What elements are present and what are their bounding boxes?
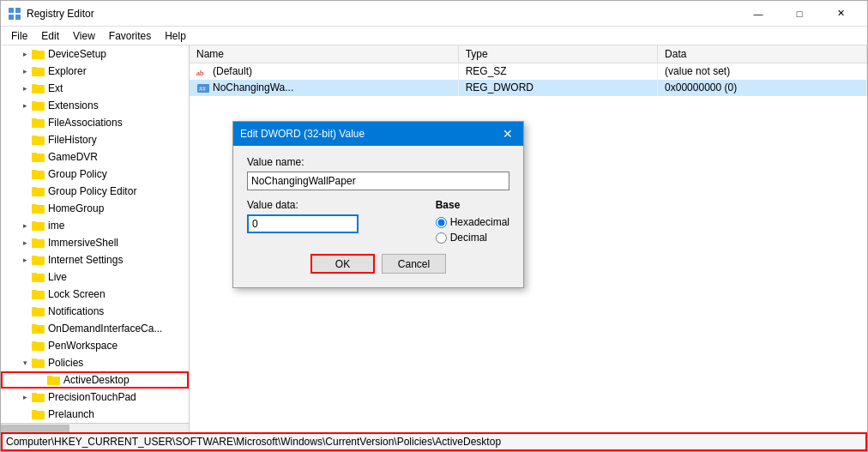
sidebar-item-filehistory[interactable]: FileHistory xyxy=(1,131,189,148)
sidebar-item-gamedvr[interactable]: GameDVR xyxy=(1,148,189,166)
tree-arrow-icon xyxy=(18,116,32,130)
sidebar-item-grouppolicyeditor[interactable]: Group Policy Editor xyxy=(1,183,189,200)
col-data: Data xyxy=(658,45,867,63)
registry-table: Name Type Data ab(Default)REG_SZ(value n… xyxy=(190,45,867,96)
table-row[interactable]: ab(Default)REG_SZ(value not set) xyxy=(190,63,867,80)
svg-rect-16 xyxy=(32,154,45,162)
sidebar-item-activedesktop[interactable]: ActiveDesktop xyxy=(1,371,189,389)
tree-item-label: Policies xyxy=(48,357,83,369)
tree-item-label: Group Policy xyxy=(48,168,107,180)
folder-icon xyxy=(32,288,48,301)
window-title: Registry Editor xyxy=(27,8,738,20)
sidebar-item-grouppolicy[interactable]: Group Policy xyxy=(1,166,189,183)
sidebar-item-fileassociations[interactable]: FileAssociations xyxy=(1,114,189,131)
svg-rect-12 xyxy=(32,119,45,128)
table-row[interactable]: ## NoChangingWa...REG_DWORD0x00000000 (0… xyxy=(190,80,867,96)
sidebar-item-policies[interactable]: ▾ Policies xyxy=(1,354,189,371)
svg-rect-17 xyxy=(32,153,37,154)
menu-bar: File Edit View Favorites Help xyxy=(1,27,867,45)
svg-rect-38 xyxy=(32,342,45,351)
svg-rect-7 xyxy=(32,67,37,69)
horizontal-scrollbar[interactable] xyxy=(1,423,189,432)
sidebar-item-extensions[interactable]: ▸ Extensions xyxy=(1,97,189,114)
tree-arrow-icon: ▸ xyxy=(18,253,32,267)
folder-icon xyxy=(32,82,48,95)
svg-rect-41 xyxy=(32,359,37,360)
tree-arrow-icon xyxy=(18,167,32,181)
tree-arrow-icon xyxy=(18,339,32,353)
tree-arrow-icon: ▸ xyxy=(18,99,32,112)
cell-name: ## NoChangingWa... xyxy=(190,80,458,96)
value-name-input[interactable] xyxy=(247,172,509,190)
sidebar-item-ext[interactable]: ▸ Ext xyxy=(1,80,189,97)
sidebar-item-notifications[interactable]: Notifications xyxy=(1,303,189,320)
tree-arrow-icon xyxy=(18,184,32,198)
tree-item-label: Lock Screen xyxy=(48,288,105,300)
hexadecimal-radio[interactable] xyxy=(436,217,447,228)
sidebar-item-ime[interactable]: ▸ ime xyxy=(1,217,189,234)
maximize-button[interactable]: □ xyxy=(780,1,819,27)
sidebar-item-explorer[interactable]: ▸ Explorer xyxy=(1,63,189,80)
svg-rect-42 xyxy=(47,377,60,385)
tree-item-label: FileHistory xyxy=(48,134,97,146)
svg-text:##: ## xyxy=(199,86,206,92)
folder-icon xyxy=(32,220,48,232)
decimal-option[interactable]: Decimal xyxy=(436,232,509,244)
value-data-section: Value data: xyxy=(247,199,425,244)
close-button[interactable]: ✕ xyxy=(821,1,860,27)
sidebar-item-precisiontouchpad[interactable]: ▸ PrecisionTouchPad xyxy=(1,389,189,406)
sidebar-item-internetsettings[interactable]: ▸ Internet Settings xyxy=(1,251,189,268)
folder-icon xyxy=(32,134,48,147)
svg-rect-19 xyxy=(32,170,37,172)
sidebar-item-live[interactable]: Live xyxy=(1,268,189,286)
value-data-input[interactable] xyxy=(247,214,359,233)
menu-view[interactable]: View xyxy=(66,28,102,44)
sidebar-item-ondemandinterfaceca[interactable]: OnDemandInterfaceCa... xyxy=(1,320,189,337)
svg-rect-25 xyxy=(32,221,37,223)
window-controls: — □ ✕ xyxy=(738,1,860,27)
value-data-label: Value data: xyxy=(247,199,425,211)
sidebar-item-prelaunch[interactable]: Prelaunch xyxy=(1,406,189,423)
svg-rect-21 xyxy=(32,187,37,189)
sidebar-item-penworkspace[interactable]: PenWorkspace xyxy=(1,337,189,354)
svg-rect-33 xyxy=(32,290,37,292)
folder-icon xyxy=(32,48,48,61)
sidebar-item-lockscreen[interactable]: Lock Screen xyxy=(1,286,189,303)
dialog-close-button[interactable]: ✕ xyxy=(499,125,516,142)
menu-edit[interactable]: Edit xyxy=(34,28,66,44)
tree-item-label: PrecisionTouchPad xyxy=(48,391,136,403)
edit-dword-dialog: Edit DWORD (32-bit) Value ✕ Value name: … xyxy=(232,121,524,288)
svg-rect-11 xyxy=(32,101,37,103)
folder-icon xyxy=(47,374,63,387)
hexadecimal-option[interactable]: Hexadecimal xyxy=(436,216,509,228)
tree-item-label: PenWorkspace xyxy=(48,340,118,352)
folder-icon xyxy=(32,151,48,164)
reg-icon: ## xyxy=(196,81,213,93)
tree-item-label: Internet Settings xyxy=(48,254,123,266)
menu-favorites[interactable]: Favorites xyxy=(102,28,158,44)
ok-button[interactable]: OK xyxy=(310,254,375,274)
tree-item-label: ActiveDesktop xyxy=(63,374,130,386)
tree-arrow-icon xyxy=(18,287,32,301)
sidebar-item-devicesetup[interactable]: ▸ DeviceSetup xyxy=(1,45,189,63)
tree-item-label: GameDVR xyxy=(48,151,98,163)
minimize-button[interactable]: — xyxy=(738,1,778,27)
menu-file[interactable]: File xyxy=(4,28,34,44)
svg-rect-31 xyxy=(32,273,37,274)
svg-rect-20 xyxy=(32,188,45,196)
folder-icon xyxy=(32,185,48,198)
tree-arrow-icon xyxy=(18,202,32,215)
sidebar-item-immersiveshell[interactable]: ▸ ImmersiveShell xyxy=(1,234,189,251)
sidebar-item-homegroup[interactable]: HomeGroup xyxy=(1,200,189,217)
svg-rect-5 xyxy=(32,50,37,51)
cancel-button[interactable]: Cancel xyxy=(382,254,446,274)
folder-icon xyxy=(32,391,48,404)
tree-arrow-icon xyxy=(18,150,32,164)
reg-value-name: NoChangingWa... xyxy=(213,81,293,93)
svg-rect-27 xyxy=(32,238,37,240)
decimal-radio[interactable] xyxy=(436,232,447,244)
cell-data: 0x00000000 (0) xyxy=(658,80,867,96)
menu-help[interactable]: Help xyxy=(158,28,193,44)
svg-rect-47 xyxy=(32,410,37,412)
status-path: Computer\HKEY_CURRENT_USER\SOFTWARE\Micr… xyxy=(6,436,501,448)
